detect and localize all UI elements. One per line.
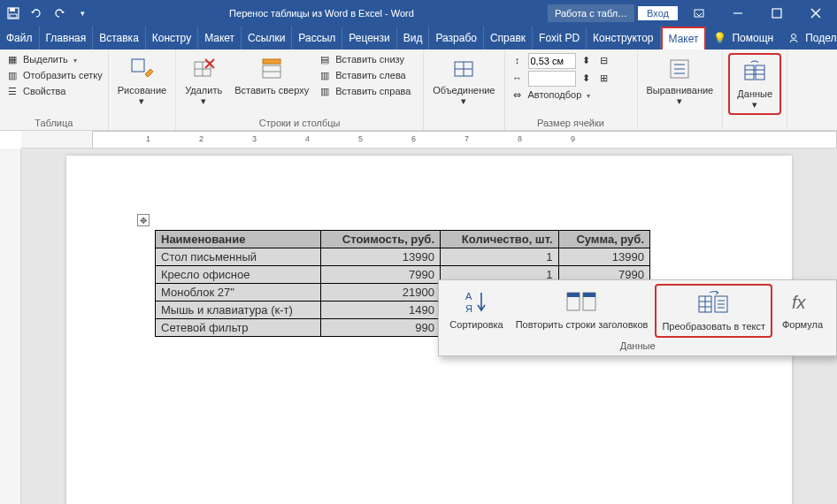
autofit-button[interactable]: ⇔Автоподбор: [511, 88, 611, 103]
table-cell[interactable]: Кресло офисное: [156, 266, 321, 284]
merge-button[interactable]: Объединение▾: [429, 53, 498, 108]
convert-to-text-button[interactable]: Преобразовать в текст: [655, 284, 772, 338]
tab-home[interactable]: Главная: [40, 27, 94, 50]
repeat-header-icon: [565, 287, 599, 317]
save-icon[interactable]: [5, 5, 21, 21]
undo-icon[interactable]: [28, 5, 44, 21]
table-cell[interactable]: 13990: [558, 248, 649, 266]
row-height-input[interactable]: [528, 53, 576, 69]
table-cell[interactable]: Мышь и клавиатура (к-т): [156, 302, 321, 319]
insert-left-icon: ▥: [318, 69, 332, 83]
merge-icon: [449, 55, 478, 83]
tell-me[interactable]: 💡Помощн: [706, 27, 780, 50]
select-button[interactable]: ▦Выделить: [5, 53, 103, 67]
table-tools-label: Работа с табл…: [548, 4, 634, 22]
tab-layout[interactable]: Макет: [198, 27, 242, 50]
delete-button[interactable]: Удалить▾: [181, 53, 226, 108]
tab-file[interactable]: Файл: [0, 27, 40, 50]
spinner-icon[interactable]: ⬍: [580, 72, 594, 86]
tab-view[interactable]: Вид: [397, 27, 430, 50]
distribute-rows-icon[interactable]: ⊟: [597, 54, 611, 68]
close-icon[interactable]: [798, 0, 833, 27]
ribbon-tabs: Файл Главная Вставка Констру Макет Ссылк…: [0, 27, 837, 50]
svg-rect-25: [745, 65, 754, 80]
formula-button[interactable]: fx Формула: [774, 284, 831, 338]
th-qty[interactable]: Количество, шт.: [441, 231, 559, 248]
lightbulb-icon: 💡: [713, 32, 726, 44]
table-row[interactable]: Стол письменный13990113990: [156, 248, 650, 266]
tab-design[interactable]: Констру: [146, 27, 198, 50]
table-move-handle[interactable]: ✥: [137, 214, 150, 226]
table-cell[interactable]: Стол письменный: [156, 248, 321, 266]
group-data: Данные▾: [723, 50, 787, 130]
table-cell[interactable]: 1490: [320, 302, 440, 319]
tab-help[interactable]: Справк: [484, 27, 533, 50]
svg-rect-5: [772, 9, 781, 18]
tab-mailings[interactable]: Рассыл: [292, 27, 342, 50]
delete-icon: [189, 55, 218, 83]
svg-rect-17: [263, 59, 280, 64]
qat-more-icon[interactable]: ▾: [74, 5, 90, 21]
draw-button[interactable]: Рисование▾: [114, 53, 170, 108]
insert-right-icon: ▥: [318, 85, 332, 99]
th-name[interactable]: Наименование: [156, 231, 321, 248]
tab-foxit[interactable]: Foxit PD: [533, 27, 587, 50]
ribbon: ▦Выделить ▥Отобразить сетку ☰Свойства Та…: [0, 50, 837, 131]
insert-below-button[interactable]: ▤Вставить снизу: [318, 53, 411, 67]
redo-icon[interactable]: [51, 5, 67, 21]
share-icon: [787, 32, 800, 44]
title-bar: ▾ Перенос таблицы из Word в Excel - Word…: [0, 0, 837, 27]
pencil-icon: [127, 55, 156, 83]
view-gridlines-button[interactable]: ▥Отобразить сетку: [5, 69, 103, 83]
data-icon: [741, 58, 769, 87]
data-dropdown-panel: АЯ Сортировка Повторить строки заголовко…: [438, 279, 837, 356]
th-cost[interactable]: Стоимость, руб.: [320, 231, 440, 248]
sort-button[interactable]: АЯ Сортировка: [444, 284, 508, 338]
tab-table-layout[interactable]: Макет: [661, 27, 707, 50]
tab-developer[interactable]: Разрабо: [429, 27, 484, 50]
col-width-icon: ↔: [511, 72, 525, 86]
dropdown-group-label: Данные: [444, 338, 831, 354]
workspace: ✥ Наименование Стоимость, руб. Количеств…: [0, 149, 837, 504]
table-cell[interactable]: Сетевой фильтр: [156, 319, 321, 337]
select-icon: ▦: [5, 53, 19, 67]
col-width-input[interactable]: [528, 71, 576, 87]
insert-above-button[interactable]: Вставить сверху: [231, 53, 312, 108]
ruler-horizontal[interactable]: 12 34 56 78 9: [21, 131, 837, 149]
share-button[interactable]: Поделиться: [780, 27, 837, 50]
group-cellsize-label: Размер ячейки: [511, 116, 632, 128]
svg-rect-32: [567, 293, 580, 297]
tab-references[interactable]: Ссылки: [242, 27, 292, 50]
spinner-icon[interactable]: ⬍: [580, 54, 594, 68]
autofit-icon: ⇔: [511, 88, 525, 103]
properties-button[interactable]: ☰Свойства: [5, 85, 103, 99]
table-cell[interactable]: 990: [320, 319, 440, 337]
distribute-cols-icon[interactable]: ⊞: [597, 72, 611, 86]
table-cell[interactable]: Моноблок 27": [156, 284, 321, 302]
insert-left-button[interactable]: ▥Вставить слева: [318, 69, 411, 83]
tab-review[interactable]: Рецензи: [342, 27, 396, 50]
alignment-button[interactable]: Выравнивание▾: [643, 53, 718, 108]
table-cell[interactable]: 13990: [320, 248, 440, 266]
table-cell[interactable]: 7990: [320, 266, 440, 284]
row-height-icon: ↕: [511, 54, 525, 68]
group-rows-cols: Удалить▾ Вставить сверху ▤Вставить снизу…: [176, 50, 424, 130]
repeat-header-button[interactable]: Повторить строки заголовков: [511, 284, 654, 338]
tab-constructor[interactable]: Конструктор: [587, 27, 660, 50]
ruler-vertical[interactable]: [0, 149, 21, 504]
insert-right-button[interactable]: ▥Вставить справа: [318, 85, 411, 99]
svg-text:Я: Я: [465, 303, 472, 314]
sort-icon: АЯ: [460, 287, 494, 317]
svg-point-8: [792, 34, 796, 39]
table-cell[interactable]: 21900: [320, 284, 440, 302]
ribbon-options-icon[interactable]: [681, 0, 717, 27]
th-sum[interactable]: Сумма, руб.: [558, 231, 649, 248]
maximize-icon[interactable]: [759, 0, 795, 27]
tab-insert[interactable]: Вставка: [93, 27, 146, 50]
minimize-icon[interactable]: [720, 0, 756, 27]
align-icon: [665, 55, 694, 83]
svg-rect-2: [10, 14, 17, 18]
data-button[interactable]: Данные▾: [732, 57, 778, 111]
signin-button[interactable]: Вход: [638, 6, 678, 20]
table-cell[interactable]: 1: [441, 248, 559, 266]
